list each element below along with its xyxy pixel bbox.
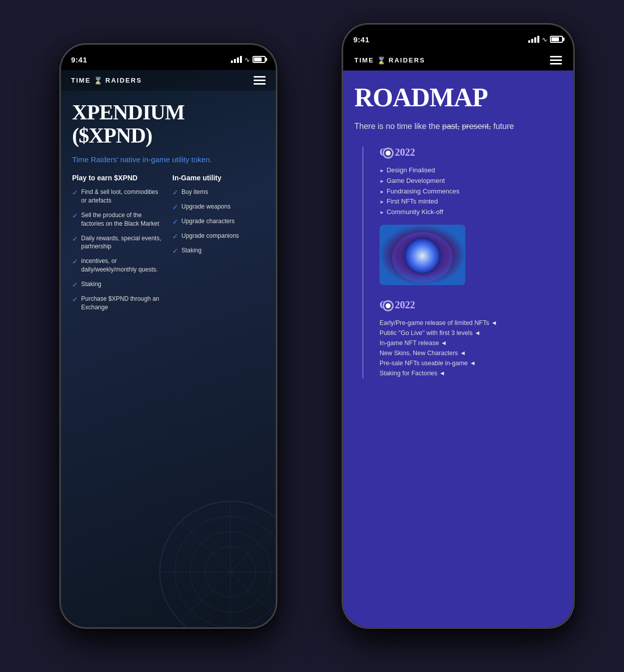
timeline-section-2-title: Q1 2022 — [380, 299, 562, 311]
timeline-item: ► First NFTs minted — [380, 196, 562, 207]
tagline-suffix: future — [491, 122, 514, 130]
col2-list: ✓ Buy items ✓ Upgrade weapons ✓ Upgrade … — [172, 188, 265, 255]
hourglass-icon-back: ⌛ — [94, 77, 102, 85]
roadmap-nav: TIME ⌛ RAIDERS — [343, 50, 573, 71]
check-icon: ✓ — [172, 218, 178, 226]
arrow-icon: ► — [380, 198, 385, 206]
feature-text: Daily rewards, special events, partnersh… — [81, 234, 164, 251]
signal-icon-front — [528, 36, 539, 43]
battery-icon — [253, 56, 266, 63]
timeline-item: Public "Go Live" with first 3 levels ◄ — [380, 328, 562, 338]
list-item: ✓ Purchase $XPND through an Exchange — [72, 295, 164, 312]
check-icon: ✓ — [172, 188, 178, 196]
timeline-item: New Skins, New Characters ◄ — [380, 348, 562, 358]
phone-back: 9:41 ∿ TIME — [60, 44, 277, 628]
xpendium-columns: Play to earn $XPND ✓ Find & sell loot, c… — [72, 174, 265, 317]
timeline-dot-inner — [386, 151, 391, 156]
arrow-icon: ► — [380, 209, 385, 217]
status-bar-back: 9:41 ∿ — [61, 45, 276, 70]
tagline-prefix: There is no time like the — [354, 122, 442, 130]
check-icon: ✓ — [172, 247, 178, 255]
timeline-section-2: Q1 2022 Early/Pre-game release of limite… — [380, 299, 562, 378]
nav-logo-back: TIME ⌛ RAIDERS — [71, 77, 142, 85]
timeline-item-text: First NFTs minted — [387, 196, 438, 207]
timeline-line — [362, 147, 363, 378]
time-front: 9:41 — [353, 35, 369, 44]
timeline-item-text: In-game NFT release ◄ — [380, 338, 447, 348]
check-icon: ✓ — [172, 232, 178, 240]
timeline-dot-2 — [383, 300, 394, 311]
feature-text: incentives, or daily/weekly/monthly ques… — [81, 257, 164, 274]
column-utility: In-Game utility ✓ Buy items ✓ Upgrade we… — [172, 174, 265, 317]
timeline-item-text: Early/Pre-game release of limited NFTs ◄ — [380, 318, 497, 328]
bg-decoration — [155, 496, 276, 627]
feature-text: Buy items — [181, 188, 208, 196]
timeline-item: ► Design Finalised — [380, 165, 562, 176]
list-item: ✓ Upgrade characters — [172, 217, 265, 226]
xpendium-screen: TIME ⌛ RAIDERS — [61, 70, 276, 627]
timeline-section-1-title: Q1 2022 — [380, 147, 562, 158]
feature-text: Find & sell loot, commodities or artefac… — [81, 188, 164, 205]
timeline-item-text: Game Development — [387, 176, 445, 186]
hamburger-line — [550, 59, 562, 61]
timeline-item-text: Pre-sale NFTs useable in-game ◄ — [380, 358, 476, 368]
nav-logo-text-1-front: TIME — [354, 56, 374, 64]
list-item: ✓ Find & sell loot, commodities or artef… — [72, 188, 164, 205]
timeline-dot-1 — [383, 148, 394, 159]
check-icon: ✓ — [72, 235, 78, 243]
xpendium-nav: TIME ⌛ RAIDERS — [61, 70, 276, 91]
check-icon: ✓ — [72, 257, 78, 265]
check-icon: ✓ — [72, 295, 78, 303]
status-bar-front: 9:41 ∿ — [343, 25, 573, 50]
timeline-item-text: Staking for Factories ◄ — [380, 368, 445, 378]
phone-front: 9:41 ∿ TIME — [342, 24, 574, 628]
timeline-item: Pre-sale NFTs useable in-game ◄ — [380, 358, 562, 368]
status-icons-front: ∿ — [528, 36, 563, 43]
feature-text: Purchase $XPND through an Exchange — [81, 295, 164, 312]
feature-text: Staking — [81, 280, 101, 289]
portal-graphic — [380, 225, 465, 285]
wifi-icon: ∿ — [244, 56, 250, 63]
check-icon: ✓ — [72, 188, 78, 196]
feature-text: Upgrade companions — [181, 232, 239, 240]
timeline-item-text: New Skins, New Characters ◄ — [380, 348, 466, 358]
timeline-item-text: Community Kick-off — [387, 207, 443, 218]
tagline-struck2: present, — [462, 122, 491, 130]
roadmap-screen: TIME ⌛ RAIDERS ROADMAP There is no time … — [343, 50, 573, 627]
time-back: 9:41 — [71, 55, 87, 64]
roadmap-tagline: There is no time like the past, present,… — [354, 120, 562, 132]
nav-logo-front: TIME ⌛ RAIDERS — [354, 56, 425, 64]
hamburger-line — [254, 76, 266, 78]
col2-header: In-Game utility — [172, 174, 265, 182]
timeline-item: Early/Pre-game release of limited NFTs ◄ — [380, 318, 562, 328]
wifi-icon-front: ∿ — [542, 36, 547, 43]
nav-logo-text-2-front: RAIDERS — [389, 56, 425, 64]
portal-image — [380, 225, 465, 285]
timeline: Q1 2022 ► Design Finalised ► Game Develo… — [354, 147, 562, 378]
svg-point-10 — [403, 237, 442, 275]
timeline-item: In-game NFT release ◄ — [380, 338, 562, 348]
feature-text: Upgrade weapons — [181, 203, 230, 211]
phones-container: 9:41 ∿ TIME — [35, 14, 589, 658]
hamburger-line — [254, 80, 266, 81]
check-icon: ✓ — [72, 212, 78, 220]
hamburger-menu-front[interactable] — [550, 56, 562, 64]
timeline-section-1: Q1 2022 ► Design Finalised ► Game Develo… — [380, 147, 562, 285]
mute-button-front — [342, 79, 343, 90]
arrow-icon: ► — [380, 188, 385, 196]
feature-text: Staking — [181, 246, 202, 255]
status-icons-back: ∿ — [231, 56, 266, 63]
timeline-item: Staking for Factories ◄ — [380, 368, 562, 378]
signal-icon — [231, 56, 242, 63]
svg-point-0 — [160, 501, 276, 627]
hamburger-menu-back[interactable] — [254, 76, 266, 85]
volume-down-front — [342, 118, 343, 135]
list-item: ✓ incentives, or daily/weekly/monthly qu… — [72, 257, 164, 274]
column-earn: Play to earn $XPND ✓ Find & sell loot, c… — [72, 174, 164, 317]
col1-header: Play to earn $XPND — [72, 174, 164, 182]
hourglass-icon-front: ⌛ — [377, 56, 386, 64]
col1-list: ✓ Find & sell loot, commodities or artef… — [72, 188, 164, 311]
roadmap-title: ROADMAP — [354, 83, 562, 112]
roadmap-content: ROADMAP There is no time like the past, … — [343, 71, 573, 621]
check-icon: ✓ — [172, 203, 178, 211]
